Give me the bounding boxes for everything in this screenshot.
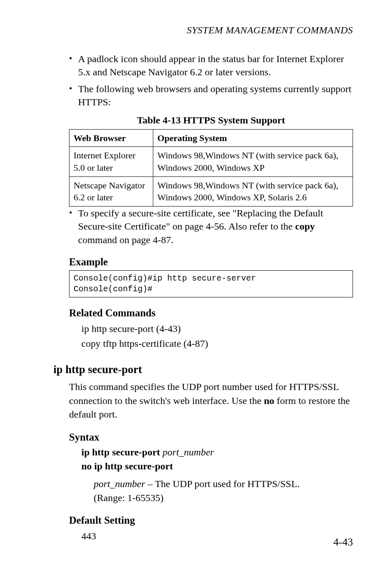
table-header-cell: Web Browser: [69, 129, 153, 147]
related-commands-label: Related Commands: [69, 307, 353, 319]
bold-word: copy: [295, 221, 315, 232]
syntax-label: Syntax: [69, 432, 353, 443]
running-head: SYSTEM MANAGEMENT COMMANDS: [53, 25, 353, 36]
syntax-line: ip http secure-port port_number: [81, 446, 353, 460]
page-number: 4-43: [333, 536, 353, 548]
syntax-param-desc: port_number – The UDP port used for HTTP…: [94, 477, 353, 491]
note-text: command on page 4-87.: [78, 234, 173, 245]
bold-word: no: [264, 395, 274, 406]
note-item: A padlock icon should appear in the stat…: [69, 52, 353, 79]
param-range: (Range: 1-65535): [94, 491, 353, 505]
table-cell: Windows 98,Windows NT (with service pack…: [153, 147, 353, 176]
table-cell: Internet Explorer 5.0 or later: [69, 147, 153, 176]
table-header-cell: Operating System: [153, 129, 353, 147]
table-caption: Table 4-13 HTTPS System Support: [69, 115, 353, 126]
https-support-table: Web Browser Operating System Internet Ex…: [69, 129, 353, 207]
syntax-fixed: ip http secure-port: [81, 447, 163, 457]
param-desc: – The UDP port used for HTTPS/SSL.: [145, 478, 300, 489]
command-heading: ip http secure-port: [53, 363, 353, 376]
related-command-line: ip http secure-port (4-43): [81, 321, 353, 336]
related-command-line: copy tftp https-certificate (4-87): [81, 336, 353, 351]
after-table-list: To specify a secure-site certificate, se…: [69, 207, 353, 246]
code-block: Console(config)#ip http secure-server Co…: [69, 270, 353, 297]
table-cell: Windows 98,Windows NT (with service pack…: [153, 176, 353, 206]
example-label: Example: [69, 256, 353, 268]
table-row: Internet Explorer 5.0 or later Windows 9…: [69, 147, 353, 176]
note-text: To specify a secure-site certificate, se…: [78, 208, 323, 232]
command-description: This command specifies the UDP port numb…: [69, 380, 353, 422]
table-header-row: Web Browser Operating System: [69, 129, 353, 147]
table-row: Netscape Navigator 6.2 or later Windows …: [69, 176, 353, 206]
notes-list: A padlock icon should appear in the stat…: [69, 52, 353, 109]
syntax-line: no ip http secure-port: [81, 460, 353, 474]
default-setting-label: Default Setting: [69, 515, 353, 526]
note-item: The following web browsers and operating…: [69, 82, 353, 109]
table-cell: Netscape Navigator 6.2 or later: [69, 176, 153, 206]
syntax-param: port_number: [163, 447, 214, 457]
note-item: To specify a secure-site certificate, se…: [69, 207, 353, 246]
param-name: port_number: [94, 478, 145, 489]
default-value: 443: [81, 529, 353, 543]
